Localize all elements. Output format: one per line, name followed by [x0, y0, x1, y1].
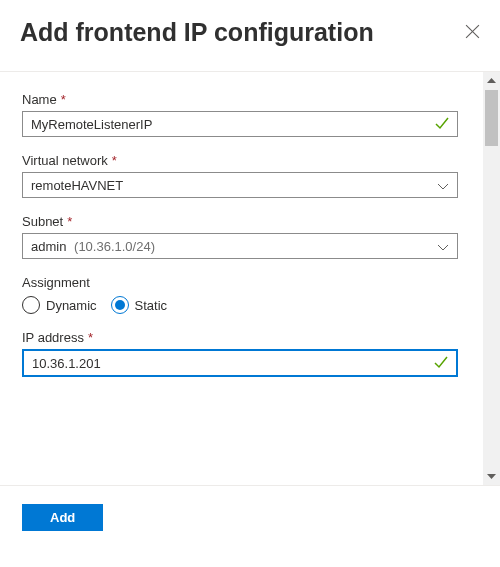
- vnet-label: Virtual network *: [22, 153, 476, 168]
- required-icon: *: [88, 330, 93, 345]
- svg-marker-3: [487, 474, 496, 479]
- radio-selected-icon: [111, 296, 129, 314]
- scroll-up-icon[interactable]: [486, 72, 497, 89]
- panel-footer: Add: [0, 486, 500, 549]
- name-field-group: Name * MyRemoteListenerIP: [22, 92, 476, 137]
- subnet-select[interactable]: admin (10.36.1.0/24): [22, 233, 458, 259]
- name-input[interactable]: MyRemoteListenerIP: [22, 111, 458, 137]
- check-icon: [435, 116, 449, 133]
- ip-field-group: IP address * 10.36.1.201: [22, 330, 476, 377]
- scroll-down-icon[interactable]: [486, 468, 497, 485]
- assignment-field-group: Assignment Dynamic Static: [22, 275, 476, 314]
- panel-title: Add frontend IP configuration: [20, 18, 374, 47]
- assignment-label: Assignment: [22, 275, 476, 290]
- subnet-label: Subnet *: [22, 214, 476, 229]
- scrollbar[interactable]: [483, 72, 500, 485]
- svg-marker-2: [487, 78, 496, 83]
- ip-input[interactable]: 10.36.1.201: [22, 349, 458, 377]
- check-icon: [434, 355, 448, 372]
- vnet-field-group: Virtual network * remoteHAVNET: [22, 153, 476, 198]
- dynamic-radio[interactable]: Dynamic: [22, 296, 97, 314]
- required-icon: *: [61, 92, 66, 107]
- close-icon[interactable]: [465, 24, 480, 42]
- assignment-radio-group: Dynamic Static: [22, 296, 476, 314]
- vnet-select[interactable]: remoteHAVNET: [22, 172, 458, 198]
- static-radio[interactable]: Static: [111, 296, 168, 314]
- required-icon: *: [67, 214, 72, 229]
- add-button[interactable]: Add: [22, 504, 103, 531]
- radio-icon: [22, 296, 40, 314]
- chevron-down-icon: [437, 239, 449, 254]
- panel-header: Add frontend IP configuration: [0, 0, 500, 71]
- form-content: Name * MyRemoteListenerIP Virtual networ…: [0, 71, 500, 486]
- required-icon: *: [112, 153, 117, 168]
- chevron-down-icon: [437, 178, 449, 193]
- name-label: Name *: [22, 92, 476, 107]
- ip-label: IP address *: [22, 330, 476, 345]
- subnet-field-group: Subnet * admin (10.36.1.0/24): [22, 214, 476, 259]
- scrollbar-thumb[interactable]: [485, 90, 498, 146]
